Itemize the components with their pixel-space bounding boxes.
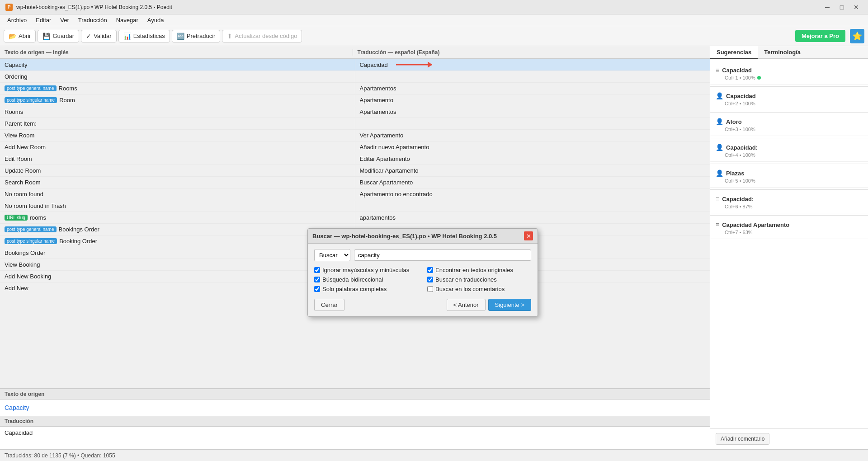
tab-sugerencias[interactable]: Sugerencias: [710, 46, 758, 59]
dialog-close-button[interactable]: ✕: [524, 231, 533, 240]
minimize-button[interactable]: ─: [821, 1, 834, 14]
table-row[interactable]: Add New Room Añadir nuevo Apartamento: [0, 141, 710, 153]
estadisticas-button[interactable]: 📊 Estadísticas: [118, 30, 170, 42]
checkbox-traducciones-label: Buscar en traducciones: [435, 276, 497, 283]
suggestion-divider: [710, 189, 868, 190]
suggestion-header: 👤 Capacidad:: [716, 144, 863, 151]
suggestion-text: Aforo: [726, 118, 742, 125]
suggestion-item[interactable]: 👤 Aforo Ctrl+3 • 100%: [710, 114, 868, 136]
search-input[interactable]: [354, 249, 531, 261]
status-text: Traducidas: 80 de 1135 (7 %) • Quedan: 1…: [5, 452, 115, 459]
suggestion-item[interactable]: 👤 Capacidad Ctrl+2 • 100%: [710, 89, 868, 110]
cell-source: Capacity: [0, 60, 355, 70]
checkbox-encontrar-input[interactable]: [427, 267, 433, 273]
suggestion-item[interactable]: ≡ Capacidad: Ctrl+6 • 87%: [710, 192, 868, 213]
table-row[interactable]: Capacity Capacidad: [0, 59, 710, 71]
statusbar: Traducidas: 80 de 1135 (7 %) • Quedan: 1…: [0, 449, 868, 461]
nav-buttons: < Anterior Siguiente >: [447, 299, 531, 311]
menu-ver[interactable]: Ver: [57, 16, 73, 24]
translation-text-value: Capacidad: [5, 429, 33, 436]
table-row[interactable]: No room found in Trash: [0, 200, 710, 212]
suggestion-meta: Ctrl+3 • 100%: [716, 127, 863, 132]
col-source-header: Texto de origen — inglés: [0, 49, 353, 56]
table-row[interactable]: Search Room Buscar Apartamento: [0, 177, 710, 188]
search-dialog[interactable]: Buscar — wp-hotel-booking-es_ES(1).po • …: [307, 228, 538, 317]
validar-button[interactable]: ✓ Validar: [81, 30, 117, 42]
siguiente-button[interactable]: Siguiente >: [488, 299, 531, 311]
checkbox-comentarios[interactable]: Buscar en los comentarios: [427, 286, 531, 292]
suggestion-text: Capacidad: [722, 67, 752, 74]
checkbox-encontrar[interactable]: Encontrar en textos originales: [427, 267, 531, 273]
abrir-button[interactable]: 📂 Abrir: [4, 30, 36, 42]
suggestion-item[interactable]: 👤 Capacidad: Ctrl+4 • 100%: [710, 140, 868, 162]
checkboxes-area: Ignorar mayúsculas y minúsculas Encontra…: [314, 267, 531, 292]
cell-translation: Apartamentos: [355, 107, 710, 117]
cerrar-button[interactable]: Cerrar: [314, 299, 344, 311]
cell-source: post type general name Rooms: [0, 83, 355, 94]
checkbox-palabras[interactable]: Solo palabras completas: [314, 286, 418, 292]
table-row[interactable]: Update Room Modificar Apartamento: [0, 165, 710, 177]
red-arrow: [396, 61, 432, 69]
table-row[interactable]: post type singular name Room Apartamento: [0, 94, 710, 106]
pretraducir-icon: 🔤: [177, 33, 184, 40]
search-type-select[interactable]: Buscar: [314, 249, 350, 261]
menu-archivo[interactable]: Archivo: [4, 16, 30, 24]
bottom-panel: Texto de origen Capacity Traducción Capa…: [0, 388, 710, 449]
app-icon: P: [5, 4, 13, 11]
checkbox-comentarios-input[interactable]: [427, 286, 433, 292]
suggestion-divider: [710, 86, 868, 87]
close-button[interactable]: ✕: [850, 1, 863, 14]
translation-content[interactable]: Capacidad: [0, 427, 710, 449]
checkbox-traducciones-input[interactable]: [427, 277, 433, 282]
add-comment-button[interactable]: Añadir comentario: [716, 433, 769, 445]
checkbox-palabras-label: Solo palabras completas: [322, 286, 387, 292]
menu-editar[interactable]: Editar: [32, 16, 55, 24]
checkbox-palabras-input[interactable]: [314, 286, 320, 292]
suggestion-item[interactable]: 👤 Plazas Ctrl+5 • 100%: [710, 166, 868, 188]
suggestion-header: 👤 Capacidad: [716, 92, 863, 99]
suggestion-item[interactable]: ≡ Capacidad Apartamento Ctrl+7 • 63%: [710, 217, 868, 239]
mejorar-pro-button[interactable]: Mejorar a Pro: [795, 30, 845, 42]
menu-ayuda[interactable]: Ayuda: [144, 16, 168, 24]
table-row[interactable]: URL slug rooms apartamentos: [0, 212, 710, 224]
sidebar-bottom: Añadir comentario: [710, 428, 868, 449]
table-row[interactable]: post type general name Rooms Apartamento…: [0, 83, 710, 94]
cell-source: Add New Booking: [0, 271, 355, 282]
suggestion-meta: Ctrl+5 • 100%: [716, 178, 863, 183]
pretraducir-button[interactable]: 🔤 Pretraducir: [172, 30, 221, 42]
checkbox-bidireccional-input[interactable]: [314, 277, 320, 282]
cell-translation: Apartamentos: [355, 83, 710, 94]
table-row[interactable]: Rooms Apartamentos: [0, 106, 710, 118]
table-row[interactable]: Ordering: [0, 71, 710, 83]
titlebar-controls[interactable]: ─ □ ✕: [821, 1, 863, 14]
suggestion-item[interactable]: ≡ Capacidad Ctrl+1 • 100%: [710, 63, 868, 85]
checkbox-ignorar-input[interactable]: [314, 267, 320, 273]
checkbox-bidireccional[interactable]: Búsqueda bidireccional: [314, 276, 418, 283]
tab-terminologia[interactable]: Terminología: [758, 46, 807, 59]
table-row[interactable]: Parent Item:: [0, 118, 710, 130]
suggestion-divider: [710, 164, 868, 164]
actualizar-button[interactable]: ⬆ Actualizar desde código: [222, 30, 302, 42]
menu-navegar[interactable]: Navegar: [113, 16, 142, 24]
guardar-label: Guardar: [52, 33, 74, 39]
suggestion-icon-person: 👤: [716, 118, 723, 125]
translation-table[interactable]: Capacity Capacidad Ordering post type ge…: [0, 59, 710, 388]
cell-translation: Editar Apartamento: [355, 154, 710, 164]
maximize-button[interactable]: □: [835, 1, 848, 14]
dialog-titlebar: Buscar — wp-hotel-booking-es_ES(1).po • …: [308, 229, 538, 244]
checkbox-ignorar-label: Ignorar mayúsculas y minúsculas: [322, 267, 409, 273]
table-row[interactable]: Edit Room Editar Apartamento: [0, 153, 710, 165]
cell-translation: [355, 122, 710, 126]
menu-traduccion[interactable]: Traducción: [75, 16, 111, 24]
pro-icon: ⭐: [850, 29, 864, 43]
anterior-button[interactable]: < Anterior: [447, 299, 486, 311]
suggestion-meta: Ctrl+4 • 100%: [716, 152, 863, 158]
search-row: Buscar: [314, 249, 531, 261]
guardar-button[interactable]: 💾 Guardar: [38, 30, 79, 42]
checkbox-traducciones[interactable]: Buscar en traducciones: [427, 276, 531, 283]
table-row[interactable]: View Room Ver Apartamento: [0, 130, 710, 141]
cell-source: post type general name Bookings Order: [0, 224, 355, 235]
estadisticas-icon: 📊: [123, 33, 131, 40]
checkbox-ignorar[interactable]: Ignorar mayúsculas y minúsculas: [314, 267, 418, 273]
table-row[interactable]: No room found Apartamento no encontrado: [0, 188, 710, 200]
